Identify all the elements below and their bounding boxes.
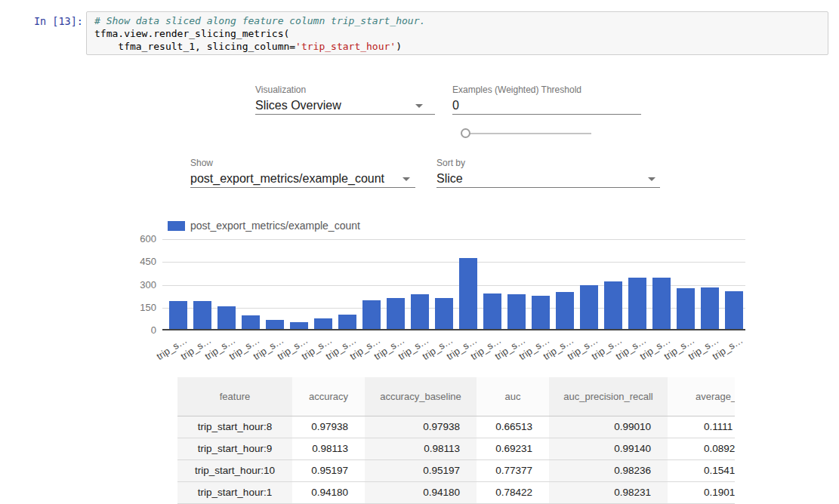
table-row[interactable]: trip_start_hour:80.979380.979380.665130.… — [177, 416, 735, 438]
threshold-label: Examples (Weighted) Threshold — [452, 85, 641, 95]
table-header-row: featureaccuracyaccuracy_baselineaucauc_p… — [177, 377, 735, 416]
bar[interactable] — [242, 315, 260, 329]
bar[interactable] — [411, 294, 429, 329]
metric-cell: 0.98113 — [292, 438, 365, 459]
metric-cell: 0.1111 — [668, 416, 735, 438]
code-editor[interactable]: # Show data sliced along feature column … — [86, 11, 828, 55]
table-row[interactable]: trip_start_hour:10.941800.941800.784220.… — [177, 481, 735, 503]
feature-cell: trip_start_hour:10 — [177, 459, 292, 481]
bar[interactable] — [701, 287, 719, 329]
bar[interactable] — [459, 258, 477, 329]
metric-cell: 0.95197 — [292, 459, 365, 481]
gridline — [162, 239, 745, 240]
feature-cell: trip_start_hour:8 — [177, 416, 292, 438]
bar[interactable] — [677, 288, 695, 329]
show-label: Show — [190, 158, 415, 168]
column-header: accuracy_baseline — [365, 377, 477, 416]
table-row[interactable]: trip_start_hour:100.951970.951970.773770… — [177, 459, 735, 481]
show-value: post_export_metrics/example_count — [190, 172, 384, 185]
metric-cell: 0.77377 — [477, 459, 549, 481]
metric-cell: 0.66513 — [477, 416, 549, 438]
metric-cell: 0.94180 — [365, 481, 477, 503]
column-header: accuracy — [292, 377, 365, 416]
bar[interactable] — [314, 318, 332, 329]
column-header: feature — [177, 377, 292, 416]
visualization-value: Slices Overview — [255, 99, 341, 112]
bar[interactable] — [266, 320, 284, 329]
metric-cell: 0.94180 — [292, 481, 365, 503]
code-line: tfma.view.render_slicing_metrics( — [94, 27, 820, 40]
column-header: auc — [477, 377, 549, 416]
sort-label: Sort by — [436, 158, 660, 168]
sort-value: Slice — [436, 172, 463, 185]
column-header: auc_precision_recall — [549, 377, 668, 416]
bar[interactable] — [193, 301, 211, 329]
y-tick-label: 300 — [113, 279, 156, 291]
bar[interactable] — [556, 292, 574, 329]
metric-cell: 0.98231 — [549, 481, 668, 503]
show-metric-dropdown[interactable]: Show post_export_metrics/example_count — [190, 158, 415, 188]
sort-by-dropdown[interactable]: Sort by Slice — [436, 158, 660, 188]
metric-cell: 0.95197 — [365, 459, 477, 481]
metrics-table-container: featureaccuracyaccuracy_baselineaucauc_p… — [177, 377, 735, 504]
code-line: # Show data sliced along feature column … — [94, 14, 820, 27]
metric-cell: 0.78422 — [477, 481, 549, 503]
bar[interactable] — [338, 315, 356, 329]
bar[interactable] — [604, 281, 622, 329]
y-tick-label: 150 — [113, 302, 156, 314]
bar[interactable] — [169, 301, 187, 329]
bar[interactable] — [435, 298, 453, 329]
bar[interactable] — [652, 278, 671, 329]
bar-chart-plot-area — [162, 239, 745, 330]
bar[interactable] — [580, 285, 598, 329]
bar-series — [169, 258, 743, 329]
chevron-down-icon[interactable] — [648, 177, 655, 181]
y-tick-label: 600 — [113, 233, 156, 245]
legend-swatch — [168, 221, 185, 231]
bar[interactable] — [290, 322, 308, 329]
bar[interactable] — [362, 300, 381, 329]
bar[interactable] — [532, 296, 550, 329]
chevron-down-icon[interactable] — [415, 104, 423, 108]
metric-cell: 0.98113 — [365, 438, 477, 459]
slider-track[interactable] — [466, 133, 591, 134]
table-row[interactable]: trip_start_hour:90.981130.981130.692310.… — [177, 438, 735, 459]
metric-cell: 0.1901 — [668, 481, 735, 503]
threshold-slider[interactable] — [461, 128, 597, 140]
code-line: tfma_result_1, slicing_column='trip_star… — [94, 40, 820, 53]
y-tick-label: 450 — [113, 256, 156, 268]
metric-cell: 0.98236 — [549, 459, 668, 481]
metrics-table: featureaccuracyaccuracy_baselineaucauc_p… — [177, 377, 735, 504]
visualization-label: Visualization — [255, 85, 435, 95]
feature-cell: trip_start_hour:9 — [177, 438, 292, 459]
metric-cell: 0.97938 — [292, 416, 365, 438]
metric-cell: 0.0892 — [668, 438, 735, 459]
bar[interactable] — [387, 298, 405, 329]
metric-cell: 0.1541 — [668, 459, 735, 481]
feature-cell: trip_start_hour:1 — [177, 481, 292, 503]
threshold-value: 0 — [452, 99, 459, 112]
chevron-down-icon[interactable] — [403, 177, 410, 181]
slider-handle[interactable] — [461, 128, 470, 138]
y-tick-label: 0 — [113, 324, 156, 337]
input-prompt: In [13]: — [23, 15, 83, 27]
legend-label: post_export_metrics/example_count — [190, 220, 360, 232]
metric-cell: 0.99140 — [549, 438, 668, 459]
tfma-notebook-page: In [13]: # Show data sliced along featur… — [0, 0, 839, 504]
bar[interactable] — [628, 278, 646, 329]
chart-legend: post_export_metrics/example_count — [168, 220, 360, 232]
bar[interactable] — [217, 306, 236, 329]
bar[interactable] — [483, 293, 501, 329]
column-header: average_los — [668, 377, 735, 416]
metric-cell: 0.69231 — [477, 438, 549, 459]
bar[interactable] — [725, 291, 743, 329]
threshold-input[interactable]: Examples (Weighted) Threshold 0 — [452, 85, 641, 115]
visualization-dropdown[interactable]: Visualization Slices Overview — [255, 85, 435, 115]
metric-cell: 0.99010 — [549, 416, 668, 438]
x-axis-baseline — [162, 329, 745, 330]
bar[interactable] — [507, 294, 526, 329]
metric-cell: 0.97938 — [365, 416, 477, 438]
